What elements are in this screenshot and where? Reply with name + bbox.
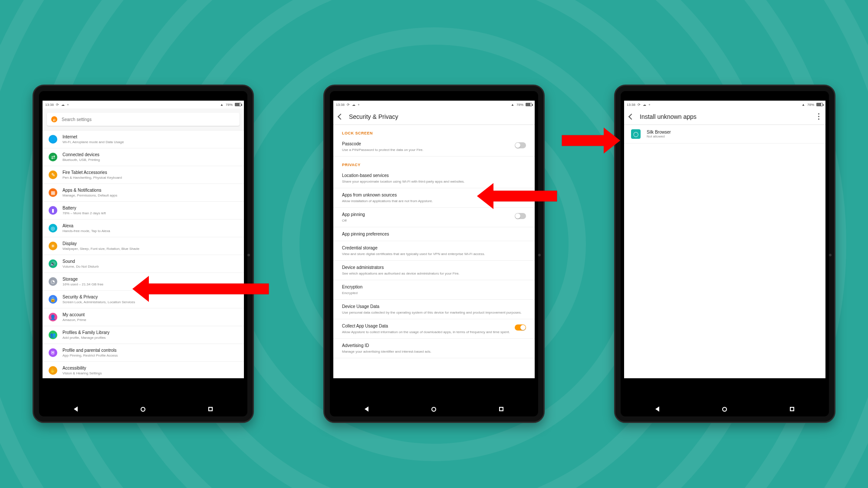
- nav-home-icon[interactable]: [722, 407, 727, 412]
- settings-item-profiles-family-library[interactable]: 👥Profiles & Family LibraryAdd profile, M…: [43, 326, 244, 344]
- settings-item-icon: 👤: [49, 313, 57, 321]
- status-bar: 13:38 ⟳ ☁ + ▲ 78%: [333, 101, 535, 108]
- battery-pct: 78%: [226, 103, 233, 107]
- status-time: 13:38: [45, 103, 54, 107]
- settings-item-icon: 🔊: [49, 259, 57, 268]
- row-passcode[interactable]: Passcode Use a PIN/Password to protect t…: [333, 137, 535, 157]
- tablet-install-unknown-apps: 13:38 ⟳ ☁ + ▲ 78% Install unknown apps ◯…: [614, 85, 835, 423]
- section-privacy: PRIVACY: [333, 157, 535, 169]
- app-row-silk-browser[interactable]: ◯ Silk Browser Not allowed: [624, 125, 825, 144]
- settings-item-apps-notifications[interactable]: ▦Apps & NotificationsManage, Permissions…: [43, 184, 244, 202]
- app-pinning-toggle[interactable]: [515, 213, 526, 219]
- settings-item-icon: 🌐: [49, 135, 57, 144]
- plus-icon: +: [67, 103, 69, 107]
- settings-item-title: Sound: [62, 259, 99, 264]
- settings-item-sub: Add profile, Manage profiles: [62, 335, 109, 340]
- settings-item-icon: 👥: [49, 331, 57, 339]
- settings-item-profile-and-parental-controls[interactable]: ⛨Profile and parental controlsApp Pinnin…: [43, 344, 244, 362]
- settings-item-title: My account: [62, 312, 86, 318]
- screen: 13:38 ⟳ ☁ + ▲ 78% ⌕ 🌐InternetWi-Fi, Aero…: [43, 101, 244, 378]
- nav-back-icon[interactable]: [74, 406, 78, 412]
- settings-item-sub: App Pinning, Restrict Profile Access: [62, 353, 118, 358]
- settings-item-display[interactable]: ☀DisplayWallpaper, Sleep, Font size, Rot…: [43, 237, 244, 255]
- nav-back-icon[interactable]: [365, 406, 368, 412]
- plus-icon: +: [648, 103, 651, 107]
- settings-item-title: Display: [62, 241, 139, 246]
- nav-recent-icon[interactable]: [208, 407, 213, 411]
- row-location-services[interactable]: Location-based services Share your appro…: [333, 169, 535, 188]
- battery-pct: 78%: [516, 103, 523, 107]
- back-icon[interactable]: [628, 113, 635, 119]
- row-app-pinning-prefs[interactable]: App pinning preferences: [333, 227, 535, 241]
- nav-home-icon[interactable]: [141, 407, 145, 412]
- battery-icon: [816, 103, 823, 106]
- settings-item-sub: Vision & Hearing Settings: [62, 371, 102, 376]
- row-sub: See which applications are authorised as…: [342, 271, 526, 276]
- status-time: 13:38: [336, 103, 345, 107]
- row-collect-app-usage[interactable]: Collect App Usage Data Allow Appstore to…: [333, 319, 535, 339]
- settings-item-icon: 🔒: [49, 295, 57, 304]
- settings-item-sub: Wi-Fi, Aeroplane mode and Data Usage: [62, 140, 124, 144]
- back-icon[interactable]: [338, 113, 344, 119]
- row-sub: Manage your advertising identifier and i…: [342, 349, 526, 354]
- row-advertising-id[interactable]: Advertising ID Manage your advertising i…: [333, 339, 535, 358]
- row-title: Passcode: [342, 141, 510, 147]
- row-credential-storage[interactable]: Credential storage View and store digita…: [333, 241, 535, 261]
- settings-item-title: Storage: [62, 276, 103, 282]
- annotation-arrow-1: [147, 284, 269, 294]
- nav-bar: [43, 403, 244, 415]
- settings-item-title: Alexa: [62, 223, 110, 229]
- settings-item-sound[interactable]: 🔊SoundVolume, Do Not Disturb: [43, 255, 244, 273]
- row-app-pinning[interactable]: App pinning Off: [333, 208, 535, 227]
- settings-item-title: Connected devices: [62, 152, 100, 157]
- row-device-usage-data[interactable]: Device Usage Data Use personal data coll…: [333, 300, 535, 319]
- row-sub: Use personal data collected by the opera…: [342, 310, 526, 315]
- collect-app-usage-toggle[interactable]: [515, 324, 526, 331]
- wifi-icon: ▲: [511, 103, 514, 107]
- settings-item-sub: Volume, Do Not Disturb: [62, 264, 99, 269]
- wifi-icon: ▲: [802, 103, 805, 107]
- nav-home-icon[interactable]: [431, 407, 436, 412]
- nav-recent-icon[interactable]: [499, 407, 503, 411]
- row-encryption[interactable]: Encryption Encrypted: [333, 280, 535, 300]
- row-sub: Allow Appstore to collect information on…: [342, 330, 510, 334]
- settings-list: 🌐InternetWi-Fi, Aeroplane mode and Data …: [43, 130, 244, 378]
- settings-item-alexa[interactable]: ◎AlexaHands-free mode, Tap to Alexa: [43, 219, 244, 237]
- settings-item-icon: ◎: [49, 224, 57, 233]
- page-title: Install unknown apps: [640, 113, 697, 120]
- screen: 13:38 ⟳ ☁ + ▲ 78% Security & Privacy LOC…: [333, 101, 535, 378]
- settings-item-title: Apps & Notifications: [62, 187, 117, 193]
- nav-bar: [333, 403, 535, 415]
- row-sub: Share your approximate location using Wi…: [342, 179, 526, 184]
- overflow-icon[interactable]: [818, 113, 819, 120]
- passcode-toggle[interactable]: [515, 142, 526, 148]
- settings-item-sub: Bluetooth, USB, Printing: [62, 157, 100, 162]
- status-time: 13:38: [627, 103, 635, 107]
- row-device-administrators[interactable]: Device administrators See which applicat…: [333, 261, 535, 280]
- annotation-arrow-2: [492, 191, 557, 201]
- settings-item-sub: Screen Lock, Administrators, Location Se…: [62, 300, 135, 305]
- row-title: Device administrators: [342, 265, 526, 270]
- settings-item-battery[interactable]: ▮Battery78% – More than 2 days left: [43, 202, 244, 219]
- row-title: App pinning: [342, 212, 510, 217]
- search-bar[interactable]: ⌕: [47, 113, 240, 126]
- settings-item-internet[interactable]: 🌐InternetWi-Fi, Aeroplane mode and Data …: [43, 131, 244, 148]
- nav-recent-icon[interactable]: [790, 407, 794, 411]
- settings-item-connected-devices[interactable]: ⇄Connected devicesBluetooth, USB, Printi…: [43, 148, 244, 166]
- settings-item-icon: ⛨: [49, 348, 57, 357]
- settings-item-sub: Manage, Permissions, Default apps: [62, 193, 117, 198]
- settings-item-icon: ⇄: [49, 153, 57, 161]
- settings-item-icon: ▦: [49, 188, 57, 197]
- settings-item-my-account[interactable]: 👤My accountAmazon, Prime: [43, 308, 244, 326]
- settings-item-fire-tablet-accessories[interactable]: ✎Fire Tablet AccessoriesPen & Handwritin…: [43, 166, 244, 184]
- settings-item-accessibility[interactable]: ✋AccessibilityVision & Hearing Settings: [43, 362, 244, 378]
- settings-item-icon: ✎: [49, 170, 57, 179]
- search-input[interactable]: [62, 117, 235, 122]
- nav-back-icon[interactable]: [655, 406, 659, 412]
- cloud-icon: ☁: [643, 103, 646, 107]
- settings-item-icon: ☀: [49, 242, 57, 250]
- settings-item-icon: ▮: [49, 206, 57, 215]
- settings-item-sub: 16% used – 21.34 GB free: [62, 282, 103, 287]
- section-lock-screen: LOCK SCREEN: [333, 125, 535, 137]
- settings-item-sub: Pen & Handwriting, Physical Keyboard: [62, 175, 122, 180]
